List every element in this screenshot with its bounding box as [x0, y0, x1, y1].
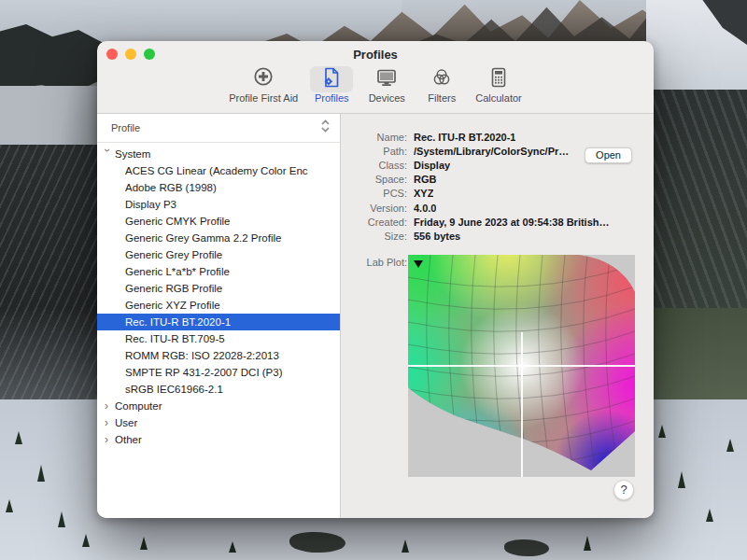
field-label: Class:	[341, 160, 407, 171]
lab-plot-canvas[interactable]	[408, 255, 635, 477]
window-title: Profiles	[97, 48, 654, 62]
field-value: 4.0.0	[414, 203, 436, 214]
tree-row-label: Generic RGB Profile	[97, 283, 222, 294]
tree-row[interactable]: › Other	[97, 431, 340, 448]
wallpaper-tree	[140, 537, 148, 550]
tree-row[interactable]: › System	[97, 146, 340, 162]
toolbar-item-calculator[interactable]: Calculator	[475, 66, 522, 104]
tree-row-label: Display P3	[97, 199, 176, 210]
tree-row[interactable]: Generic Grey Profile	[97, 246, 340, 263]
toolbar-item-devices[interactable]: Devices	[365, 66, 408, 104]
crosshair-vertical	[521, 332, 523, 477]
profile-column-label: Profile	[111, 122, 320, 133]
field-value: XYZ	[414, 188, 433, 199]
titlebar[interactable]: Profiles	[97, 41, 654, 66]
profile-document-icon	[319, 65, 344, 93]
tree-row[interactable]: Rec. ITU-R BT.2020-1	[97, 314, 340, 330]
tree-row[interactable]: Generic Grey Gamma 2.2 Profile	[97, 230, 340, 246]
profile-detail-panel: Name:Rec. ITU-R BT.2020-1 Path:/System/L…	[341, 114, 654, 518]
tree-row-label: User	[97, 417, 137, 428]
wallpaper-rock	[289, 532, 345, 553]
sort-chevrons-icon[interactable]	[320, 119, 331, 137]
wallpaper-tree	[726, 439, 734, 452]
field-value: Friday, 9 June 2023 at 09:54:38 British…	[414, 217, 610, 228]
tree-row-label: ROMM RGB: ISO 22028-2:2013	[97, 350, 279, 361]
open-button[interactable]: Open	[585, 147, 632, 163]
tree-row[interactable]: › Computer	[97, 398, 340, 414]
wallpaper-tree	[658, 425, 666, 438]
profile-tree: › System ACES CG Linear (Academy Color E…	[97, 143, 340, 448]
wallpaper-rock	[504, 539, 549, 556]
field-value: /System/Library/ColorSync/Pr…	[414, 146, 569, 157]
desktop: Profiles Profile First Aid Profiles Devi…	[0, 0, 747, 560]
tree-row-label: ACES CG Linear (Academy Color Enc	[97, 165, 308, 176]
tree-row-label: Generic L*a*b* Profile	[97, 266, 230, 277]
toolbar-label: Calculator	[475, 92, 522, 104]
calculator-icon	[486, 65, 511, 93]
tree-row-label: Generic Grey Profile	[97, 249, 222, 260]
field-value: 556 bytes	[414, 231, 460, 242]
tree-row[interactable]: Generic XYZ Profile	[97, 297, 340, 314]
field-value: RGB	[414, 174, 436, 185]
tree-row[interactable]: Display P3	[97, 196, 340, 213]
disclosure-chevron-icon[interactable]: ›	[105, 432, 114, 447]
tree-row[interactable]: Generic CMYK Profile	[97, 213, 340, 230]
tree-row[interactable]: sRGB IEC61966-2.1	[97, 381, 340, 398]
toolbar-item-profile-first-aid[interactable]: Profile First Aid	[229, 66, 298, 104]
wallpaper-tree	[6, 499, 13, 512]
tree-row-label: Rec. ITU-R BT.709-5	[97, 333, 225, 344]
toolbar-label: Devices	[369, 92, 405, 104]
tree-row-label: Generic XYZ Profile	[97, 300, 220, 311]
wallpaper-granite-slabs	[0, 86, 105, 149]
wallpaper-tree	[37, 465, 45, 482]
field-label: PCS:	[341, 188, 407, 199]
tree-row[interactable]: ROMM RGB: ISO 22028-2:2013	[97, 347, 340, 364]
tree-row[interactable]: SMPTE RP 431-2-2007 DCI (P3)	[97, 364, 340, 381]
tree-row-label: Adobe RGB (1998)	[97, 182, 217, 193]
wallpaper-green-forest	[646, 308, 747, 409]
window-content: Profile › System ACES CG Linear (Academy…	[97, 114, 654, 518]
field-label: Space:	[341, 174, 407, 185]
disclosure-chevron-icon[interactable]: ›	[105, 415, 114, 430]
tree-row[interactable]: › User	[97, 414, 340, 431]
wallpaper-tree	[229, 541, 236, 553]
wallpaper-tree	[402, 539, 409, 553]
toolbar-label: Profile First Aid	[229, 92, 298, 104]
toolbar-item-profiles[interactable]: Profiles	[310, 66, 353, 104]
tree-row[interactable]: Generic RGB Profile	[97, 280, 340, 297]
tree-row-label: sRGB IEC61966-2.1	[97, 384, 223, 395]
info-row: PCS:XYZ	[341, 187, 654, 201]
tree-row-label: Generic CMYK Profile	[97, 216, 230, 227]
toolbar: Profile First Aid Profiles Devices Filte…	[97, 66, 654, 114]
field-label: Size:	[341, 231, 407, 242]
tree-row-label: Rec. ITU-R BT.2020-1	[97, 316, 231, 328]
info-row: Size:556 bytes	[341, 229, 654, 243]
field-label: Created:	[341, 217, 407, 228]
wallpaper-tree	[584, 536, 591, 551]
info-row: Space:RGB	[341, 173, 654, 187]
toolbar-item-filters[interactable]: Filters	[420, 66, 463, 104]
info-row: Name:Rec. ITU-R BT.2020-1	[341, 130, 654, 144]
plot-options-dropdown-icon[interactable]	[414, 260, 423, 268]
toolbar-label: Filters	[428, 92, 456, 104]
info-row: Version:4.0.0	[341, 201, 654, 215]
disclosure-chevron-icon[interactable]: ›	[105, 399, 114, 413]
tree-row[interactable]: Rec. ITU-R BT.709-5	[97, 330, 340, 347]
field-label: Name:	[341, 132, 407, 143]
first-aid-icon	[251, 65, 275, 93]
field-value: Rec. ITU-R BT.2020-1	[414, 132, 515, 143]
tree-row[interactable]: ACES CG Linear (Academy Color Enc	[97, 162, 340, 179]
help-button[interactable]: ?	[613, 480, 634, 500]
tree-row-label: Generic Grey Gamma 2.2 Profile	[97, 232, 281, 244]
tree-row[interactable]: Adobe RGB (1998)	[97, 179, 340, 196]
field-value: Display	[414, 160, 450, 171]
tree-row[interactable]: Generic L*a*b* Profile	[97, 263, 340, 280]
profile-sidebar: Profile › System ACES CG Linear (Academy…	[97, 114, 341, 518]
profile-column-header[interactable]: Profile	[97, 114, 340, 143]
wallpaper-tree	[58, 511, 65, 527]
toolbar-label: Profiles	[315, 92, 349, 104]
info-row: Created:Friday, 9 June 2023 at 09:54:38 …	[341, 215, 654, 229]
field-label: Path:	[341, 146, 407, 157]
venn-circles-icon	[430, 65, 454, 93]
disclosure-chevron-icon[interactable]: ›	[100, 148, 115, 158]
